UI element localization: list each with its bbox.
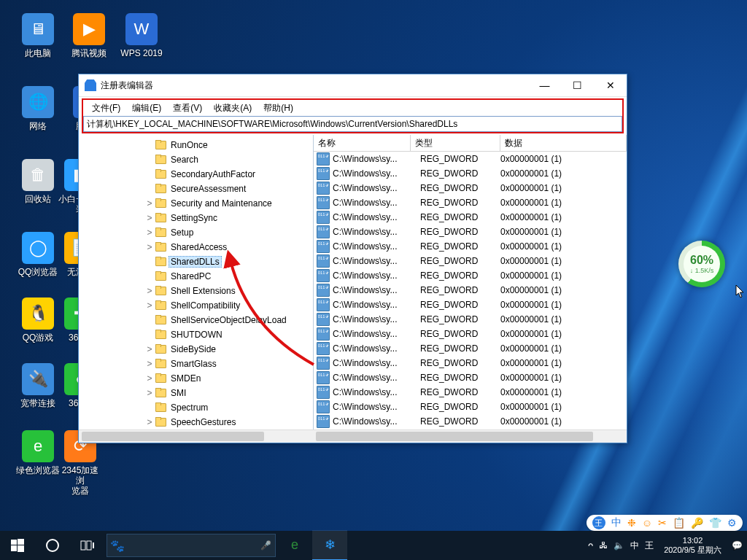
menu-file[interactable]: 文件(F) (86, 101, 126, 116)
action-center-icon[interactable]: 💬 (732, 540, 743, 551)
tree-node[interactable]: >Setup (79, 225, 313, 240)
ime-toolstrip[interactable]: 王中❉☺✂📋🔑👕⚙ (587, 515, 743, 531)
desktop-icon[interactable]: ▶腾讯视频 (67, 13, 111, 58)
toolstrip-item[interactable]: ⚙ (727, 517, 737, 529)
tray-icon[interactable]: 🖧 (599, 540, 608, 551)
toolstrip-item[interactable]: ☺ (642, 517, 652, 529)
taskbar-search-input[interactable] (128, 540, 256, 551)
value-row[interactable]: C:\Windows\sy...REG_DWORD0x00000001 (1) (314, 181, 627, 195)
desktop-icon[interactable]: 🐧QQ游戏 (16, 298, 60, 343)
start-button[interactable] (0, 531, 35, 560)
menu-edit[interactable]: 编辑(E) (126, 101, 167, 116)
taskbar-search[interactable]: 🐾 🎤 (107, 534, 276, 557)
menu-view[interactable]: 查看(V) (167, 101, 208, 116)
values-hscrollbar[interactable] (313, 429, 627, 443)
value-row[interactable]: C:\Windows\sy...REG_DWORD0x00000001 (1) (314, 210, 627, 225)
taskview-button[interactable] (70, 531, 105, 560)
tree-hscrollbar[interactable] (79, 429, 313, 443)
expand-icon[interactable]: > (144, 213, 155, 223)
perf-gauge-widget[interactable]: 60% ↓ 1.5K/s (678, 241, 725, 287)
toolstrip-item[interactable]: 王 (592, 516, 605, 529)
minimize-button[interactable]: — (528, 74, 561, 96)
tray-icon[interactable]: 中 (630, 540, 639, 552)
value-row[interactable]: C:\Windows\sy...REG_DWORD0x00000001 (1) (314, 195, 627, 210)
desktop-icon[interactable]: 🗑回收站 (16, 159, 60, 204)
value-row[interactable]: C:\Windows\sy...REG_DWORD0x00000001 (1) (314, 385, 627, 400)
value-row[interactable]: C:\Windows\sy...REG_DWORD0x00000001 (1) (314, 400, 627, 414)
expand-icon[interactable]: > (144, 300, 155, 311)
tree-node[interactable]: >SMDEn (79, 371, 313, 386)
tree-node[interactable]: >SmartGlass (79, 357, 313, 371)
col-data[interactable]: 数据 (500, 135, 627, 151)
toolstrip-item[interactable]: ❉ (627, 517, 636, 529)
expand-icon[interactable]: > (144, 344, 155, 354)
tree-node[interactable]: >SideBySide (79, 342, 313, 357)
expand-icon[interactable]: > (144, 286, 155, 296)
desktop-icon[interactable]: 🖥此电脑 (16, 13, 60, 58)
taskbar-app-regedit[interactable]: ❄ (312, 530, 347, 560)
tree-node[interactable]: >Security and Maintenance (79, 196, 313, 211)
value-row[interactable]: C:\Windows\sy...REG_DWORD0x00000001 (1) (314, 254, 627, 268)
menu-fav[interactable]: 收藏夹(A) (208, 101, 258, 116)
tree-node[interactable]: SharedDLLs (79, 254, 313, 269)
value-row[interactable]: C:\Windows\sy...REG_DWORD0x00000001 (1) (314, 341, 627, 356)
value-row[interactable]: C:\Windows\sy...REG_DWORD0x00000001 (1) (314, 152, 627, 166)
tree-node[interactable]: SharedPC (79, 269, 313, 284)
toolstrip-item[interactable]: 中 (611, 516, 622, 529)
tree-node[interactable]: >SMI (79, 386, 313, 400)
desktop-icon[interactable]: WWPS 2019 (120, 13, 163, 58)
expand-icon[interactable]: > (144, 359, 155, 369)
taskbar-app-edge-legacy[interactable]: e (277, 530, 312, 559)
value-row[interactable]: C:\Windows\sy...REG_DWORD0x00000001 (1) (314, 414, 627, 429)
tree-node[interactable]: >Shell Extensions (79, 284, 313, 298)
expand-icon[interactable]: > (144, 228, 155, 238)
address-input[interactable] (83, 116, 622, 132)
expand-icon[interactable]: > (144, 198, 155, 209)
tree-node[interactable]: >SpeechGestures (79, 415, 313, 429)
value-row[interactable]: C:\Windows\sy...REG_DWORD0x00000001 (1) (314, 283, 627, 298)
tray-icon[interactable]: 王 (645, 540, 654, 552)
cortana-button[interactable] (35, 531, 70, 560)
value-row[interactable]: C:\Windows\sy...REG_DWORD0x00000001 (1) (314, 166, 627, 181)
toolstrip-item[interactable]: 🔑 (691, 517, 703, 529)
values-header[interactable]: 名称 类型 数据 (314, 135, 627, 152)
tray-icon[interactable]: 🔈 (614, 540, 624, 551)
tree-node[interactable]: SecureAssessment (79, 182, 313, 196)
expand-icon[interactable]: > (144, 417, 155, 427)
value-row[interactable]: C:\Windows\sy...REG_DWORD0x00000001 (1) (314, 239, 627, 254)
tree-node[interactable]: ShellServiceObjectDelayLoad (79, 313, 313, 327)
value-row[interactable]: C:\Windows\sy...REG_DWORD0x00000001 (1) (314, 268, 627, 283)
toolstrip-item[interactable]: ✂ (658, 517, 667, 529)
tree-node[interactable]: SHUTDOWN (79, 327, 313, 342)
desktop-icon[interactable]: ◯QQ浏览器 (16, 232, 60, 277)
tree-node[interactable]: Search (79, 152, 313, 167)
value-row[interactable]: C:\Windows\sy...REG_DWORD0x00000001 (1) (314, 225, 627, 239)
tree-node[interactable]: >ShellCompatibility (79, 298, 313, 313)
tree-node[interactable]: SecondaryAuthFactor (79, 167, 313, 182)
tree-node[interactable]: >SharedAccess (79, 240, 313, 254)
mic-icon[interactable]: 🎤 (256, 540, 275, 551)
col-name[interactable]: 名称 (314, 135, 411, 151)
menu-help[interactable]: 帮助(H) (258, 101, 299, 116)
close-button[interactable]: ✕ (594, 74, 627, 96)
titlebar[interactable]: 注册表编辑器 — ☐ ✕ (79, 74, 627, 97)
maximize-button[interactable]: ☐ (561, 74, 594, 96)
registry-tree[interactable]: RunOnceSearchSecondaryAuthFactorSecureAs… (79, 135, 314, 429)
toolstrip-item[interactable]: 👕 (709, 517, 721, 529)
tree-node[interactable]: >SettingSync (79, 211, 313, 225)
value-row[interactable]: C:\Windows\sy...REG_DWORD0x00000001 (1) (314, 370, 627, 385)
tray-icon[interactable]: ᴖ (588, 540, 593, 551)
value-row[interactable]: C:\Windows\sy...REG_DWORD0x00000001 (1) (314, 298, 627, 312)
value-row[interactable]: C:\Windows\sy...REG_DWORD0x00000001 (1) (314, 312, 627, 327)
desktop-icon[interactable]: 🌐网络 (16, 86, 60, 131)
value-row[interactable]: C:\Windows\sy...REG_DWORD0x00000001 (1) (314, 356, 627, 370)
value-row[interactable]: C:\Windows\sy...REG_DWORD0x00000001 (1) (314, 327, 627, 341)
desktop-icon[interactable]: 🔌宽带连接 (16, 363, 60, 408)
taskbar-clock[interactable]: 13:02 2020/9/5 星期六 (664, 536, 721, 555)
expand-icon[interactable]: > (144, 373, 155, 384)
desktop-icon[interactable]: e绿色浏览器 (16, 430, 60, 475)
col-type[interactable]: 类型 (411, 135, 500, 151)
toolstrip-item[interactable]: 📋 (673, 517, 685, 529)
tree-node[interactable]: RunOnce (79, 138, 313, 152)
expand-icon[interactable]: > (144, 388, 155, 398)
